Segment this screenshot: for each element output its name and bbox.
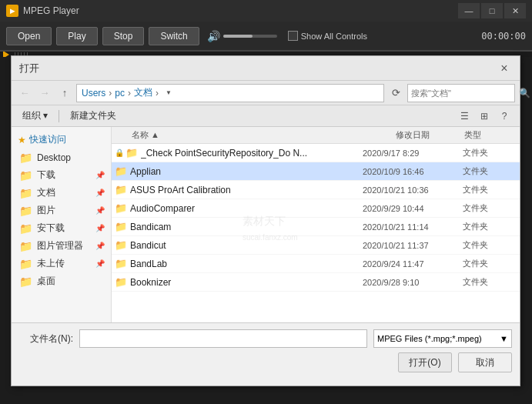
view-icons-button[interactable]: ⊞ [475,108,494,125]
sidebar-item-andownloads[interactable]: 📁 安下载 📌 [12,219,111,237]
file-type: 文件夹 [463,258,517,269]
new-folder-button[interactable]: 新建文件夹 [65,108,121,124]
folder-icon: 📁 [115,184,127,195]
file-row[interactable]: 🔒 📁 _Check PointSecurityRepository_Do N.… [112,144,520,162]
sidebar-item-notuploaded[interactable]: 📁 未上传 📌 [12,255,111,272]
sidebar-item-label: 文档 [37,186,55,199]
file-row[interactable]: 📁 ASUS ProArt Calibration 2020/10/21 10:… [112,181,520,199]
toolbar-separator [59,110,59,122]
folder-icon: 📁 [115,165,127,177]
sidebar-item-label: 未上传 [37,257,65,270]
file-name: Bandicut [130,240,363,251]
breadcrumb-item-pc[interactable]: pc [115,88,125,98]
col-header-name: 名称 ▲ [115,129,363,141]
stop-button[interactable]: Stop [102,27,145,45]
pin-icon: 📌 [95,206,105,215]
pin-icon: 📌 [95,259,105,268]
file-row[interactable]: 📁 AudioComparer 2020/9/29 10:44 文件夹 [112,199,520,218]
cancel-dialog-button[interactable]: 取消 [458,352,512,372]
volume-control: 🔊 [207,30,277,42]
show-all-controls-label: Show All Controls [301,32,367,41]
volume-icon: 🔊 [207,30,220,42]
sort-type-button[interactable]: 类型 [463,129,483,141]
back-button[interactable]: ← [16,85,33,102]
file-name: _Check PointSecurityRepository_Do N... [141,148,363,159]
file-type: 文件夹 [463,276,517,288]
dialog-toolbar: 组织 ▾ 新建文件夹 ☰ ⊞ ? [12,105,520,127]
file-row[interactable]: 📁 Bandicut 2020/10/21 11:37 文件夹 [112,236,520,255]
close-button[interactable]: ✕ [504,3,526,18]
dialog-titlebar: 打开 × [12,56,520,81]
sort-date-button[interactable]: 修改日期 [394,129,431,141]
file-type: 文件夹 [463,184,517,195]
sort-name-button[interactable]: 名称 ▲ [130,129,161,141]
file-row[interactable]: 📁 BandLab 2020/9/24 11:47 文件夹 [112,255,520,273]
refresh-button[interactable]: ⟳ [387,85,404,102]
file-type: 文件夹 [463,202,517,214]
file-date: 2020/9/17 8:29 [363,149,463,158]
breadcrumb-dropdown-button[interactable]: ▼ [163,85,174,102]
show-all-controls-checkbox[interactable] [288,31,298,41]
file-date: 2020/10/9 16:46 [363,167,463,176]
file-name: BandLab [130,259,363,269]
organize-button[interactable]: 组织 ▾ [18,108,52,124]
file-date: 2020/10/21 11:37 [363,241,463,250]
sidebar-item-desktop2[interactable]: 📁 桌面 [12,272,111,290]
sidebar-item-label: 桌面 [37,275,55,288]
dialog-bottom: 文件名(N): MPEG Files (*.mpg;*.mpeg) ▼ 打开(O… [12,322,520,386]
folder-icon: 📁 [115,202,127,214]
filename-input[interactable] [79,329,367,348]
sidebar-item-downloads[interactable]: 📁 下载 📌 [12,166,111,184]
folder-icon: 📁 [115,258,127,269]
filetype-label: MPEG Files (*.mpg;*.mpeg) [377,334,482,343]
file-name: Bandicam [130,222,363,232]
sidebar-item-pictures[interactable]: 📁 图片 📌 [12,202,111,219]
file-type: 文件夹 [463,221,517,232]
dialog-body: ★ 快速访问 📁 Desktop 📁 下载 📌 📁 文档 📌 [12,127,520,322]
titlebar-controls: — □ ✕ [458,3,526,18]
play-button[interactable]: Play [56,27,97,45]
view-details-button[interactable]: ☰ [455,108,473,125]
file-row[interactable]: 📁 Bandicam 2020/10/21 11:14 文件夹 [112,218,520,236]
file-date: 2020/10/21 11:14 [363,222,463,232]
player-toolbar: Open Play Stop Switch 🔊 Show All Control… [0,22,532,51]
folder-icon: 📁 [125,147,138,159]
open-button[interactable]: Open [6,27,52,45]
quick-access-header[interactable]: ★ 快速访问 [12,130,111,149]
filename-row: 文件名(N): MPEG Files (*.mpg;*.mpeg) ▼ [19,329,512,348]
player-titlebar: ▶ MPEG Player — □ ✕ [0,0,532,22]
file-name: Booknizer [130,277,363,288]
sidebar-item-documents[interactable]: 📁 文档 📌 [12,184,111,202]
sidebar-item-desktop[interactable]: 📁 Desktop [12,149,111,166]
minimize-button[interactable]: — [458,3,480,18]
forward-button[interactable]: → [36,85,53,102]
folder-icon: 📁 [19,222,32,235]
file-type: 文件夹 [463,239,517,251]
open-dialog-button[interactable]: 打开(O) [398,352,452,372]
maximize-button[interactable]: □ [481,3,503,18]
view-help-button[interactable]: ? [495,108,514,125]
show-all-controls-container: Show All Controls [288,31,367,41]
folder-icon: 📁 [19,275,32,288]
search-icon[interactable]: 🔍 [519,88,530,98]
pin-icon: 📌 [95,224,105,232]
breadcrumb-item-users[interactable]: Users [82,88,105,98]
up-button[interactable]: ↑ [56,85,73,102]
view-buttons: ☰ ⊞ ? [455,108,514,125]
file-list-panel: 名称 ▲ 修改日期 类型 🔒 📁 _Check PointSecurityRep… [112,127,520,322]
filetype-dropdown[interactable]: MPEG Files (*.mpg;*.mpeg) ▼ [373,329,512,348]
file-date: 2020/9/28 9:10 [363,278,463,287]
dialog-title: 打开 [19,62,39,75]
sidebar-item-label: 安下载 [37,222,65,235]
file-row[interactable]: 📁 Booknizer 2020/9/28 9:10 文件夹 [112,273,520,292]
switch-button[interactable]: Switch [149,27,199,45]
search-input[interactable] [411,88,517,98]
dialog-close-button[interactable]: × [497,61,512,76]
file-open-dialog: 打开 × ← → ↑ Users › pc › 文档 › ▼ ⟳ 🔍 [11,55,520,386]
breadcrumb-item-documents[interactable]: 文档 [134,86,152,99]
sidebar-item-picmanager[interactable]: 📁 图片管理器 📌 [12,237,111,255]
sidebar-item-label: Desktop [37,152,71,163]
volume-slider[interactable] [223,35,277,38]
file-row[interactable]: 📁 Applian 2020/10/9 16:46 文件夹 [112,162,520,181]
file-type: 文件夹 [463,165,517,177]
